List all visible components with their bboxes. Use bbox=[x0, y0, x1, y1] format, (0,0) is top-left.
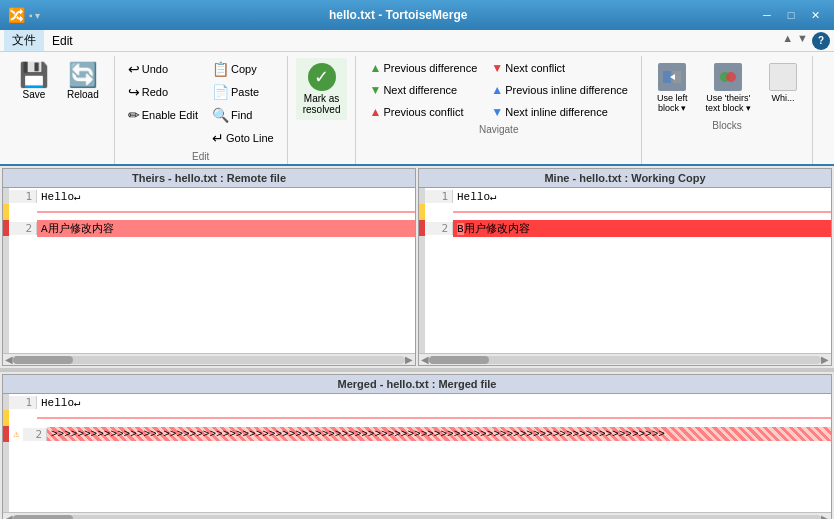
use-left-block-button[interactable]: Use leftblock ▾ bbox=[650, 58, 695, 118]
svg-rect-0 bbox=[663, 71, 671, 83]
navigate-group-content: ▲ Previous difference ▼ Next difference … bbox=[364, 58, 632, 122]
blocks-content: Use leftblock ▾ Use 'theirs'text block ▾… bbox=[650, 58, 804, 118]
mine-pane: Mine - hello.txt : Working Copy 1 Hello↵ bbox=[418, 168, 832, 366]
window-title: hello.txt - TortoiseMerge bbox=[40, 8, 756, 22]
white-block-label: Whi... bbox=[771, 93, 794, 103]
theirs-line-1: 1 Hello↵ bbox=[9, 188, 415, 204]
ribbon-group-blocks: Use leftblock ▾ Use 'theirs'text block ▾… bbox=[642, 56, 813, 164]
mine-scrollbar[interactable]: ◀ ▶ bbox=[419, 353, 831, 365]
copy-button[interactable]: 📋 Copy bbox=[207, 58, 279, 80]
theirs-scroll-left[interactable]: ◀ bbox=[5, 354, 13, 365]
find-icon: 🔍 bbox=[212, 107, 229, 123]
prev-difference-button[interactable]: ▲ Previous difference bbox=[364, 58, 482, 78]
edit-left-stack: ↩ Undo ↪ Redo ✏ Enable Edit bbox=[123, 58, 203, 126]
merged-scrollbar[interactable]: ◀ ▶ bbox=[3, 512, 831, 519]
help-button[interactable]: ? bbox=[812, 32, 830, 50]
theirs-scrollbar[interactable]: ◀ ▶ bbox=[3, 353, 415, 365]
use-theirs-icon bbox=[714, 63, 742, 91]
reload-icon: 🔄 bbox=[68, 63, 98, 87]
file-group-content: 💾 Save 🔄 Reload bbox=[12, 58, 106, 162]
mine-scroll-right[interactable]: ▶ bbox=[821, 354, 829, 365]
merged-scroll-right[interactable]: ▶ bbox=[821, 513, 829, 519]
ribbon-scroll-down[interactable]: ▼ bbox=[797, 32, 808, 50]
merged-pane-header: Merged - hello.txt : Merged file bbox=[3, 375, 831, 394]
bottom-pane-area: Merged - hello.txt : Merged file 1 Hello… bbox=[0, 372, 834, 519]
paste-button[interactable]: 📄 Paste bbox=[207, 81, 279, 103]
merged-line-deleted bbox=[9, 410, 831, 426]
next-inline-diff-button[interactable]: ▼ Next inline difference bbox=[486, 102, 633, 122]
mine-lines: 1 Hello↵ 2 B用户修改内容 bbox=[425, 188, 831, 353]
title-bar-controls: ─ □ ✕ bbox=[756, 5, 826, 25]
top-panes: Theirs - hello.txt : Remote file 1 Hello… bbox=[0, 166, 834, 368]
mine-scroll-left[interactable]: ◀ bbox=[421, 354, 429, 365]
white-block-button[interactable]: Whi... bbox=[762, 58, 804, 108]
mine-scroll-thumb[interactable] bbox=[429, 356, 489, 364]
mine-line-2: 2 B用户修改内容 bbox=[425, 220, 831, 236]
next-inline-icon: ▼ bbox=[491, 105, 503, 119]
merged-conflict-content: >>>>>>>>>>>>>>>>>>>>>>>>>>>>>>>>>>>>>>>>… bbox=[47, 427, 831, 441]
ribbon-scroll-up[interactable]: ▲ bbox=[782, 32, 793, 50]
next-difference-button[interactable]: ▼ Next difference bbox=[364, 80, 482, 100]
next-conflict-icon: ▼ bbox=[491, 61, 503, 75]
theirs-scroll-thumb[interactable] bbox=[13, 356, 73, 364]
next-conflict-button[interactable]: ▼ Next conflict bbox=[486, 58, 633, 78]
prev-conflict-icon: ▲ bbox=[369, 105, 381, 119]
mark-resolved-label: Mark asresolved bbox=[303, 93, 341, 115]
ribbon: 💾 Save 🔄 Reload ↩ Undo ↪ Redo ✏ bbox=[0, 52, 834, 166]
edit-group-label: Edit bbox=[192, 151, 209, 162]
minimize-button[interactable]: ─ bbox=[756, 5, 778, 25]
close-button[interactable]: ✕ bbox=[804, 5, 826, 25]
mark-resolved-group: ✓ Mark asresolved bbox=[288, 56, 357, 164]
merged-scroll-track[interactable] bbox=[13, 515, 821, 520]
goto-icon: ↵ bbox=[212, 130, 224, 146]
theirs-pane: Theirs - hello.txt : Remote file 1 Hello… bbox=[2, 168, 416, 366]
mine-line-deleted bbox=[425, 204, 831, 220]
merged-line-2: ⚠ 2 >>>>>>>>>>>>>>>>>>>>>>>>>>>>>>>>>>>>… bbox=[9, 426, 831, 442]
mine-line-1: 1 Hello↵ bbox=[425, 188, 831, 204]
theirs-pane-content[interactable]: 1 Hello↵ 2 A用户修改内容 bbox=[3, 188, 415, 353]
save-button[interactable]: 💾 Save bbox=[12, 58, 56, 105]
find-button[interactable]: 🔍 Find bbox=[207, 104, 279, 126]
mine-scroll-track[interactable] bbox=[429, 356, 821, 364]
prev-conflict-button[interactable]: ▲ Previous conflict bbox=[364, 102, 482, 122]
merged-inner: 1 Hello↵ ⚠ 2 >>>>>>>>>>>>>>>>>>>>>>> bbox=[3, 394, 831, 512]
goto-line-button[interactable]: ↵ Goto Line bbox=[207, 127, 279, 149]
merged-line-1: 1 Hello↵ bbox=[9, 394, 831, 410]
mine-inner: 1 Hello↵ 2 B用户修改内容 bbox=[419, 188, 831, 353]
menu-bar-right: ▲ ▼ ? bbox=[782, 32, 830, 50]
maximize-button[interactable]: □ bbox=[780, 5, 802, 25]
edit-group-content: ↩ Undo ↪ Redo ✏ Enable Edit 📋 Copy bbox=[123, 58, 279, 149]
theirs-pane-header: Theirs - hello.txt : Remote file bbox=[3, 169, 415, 188]
warning-icon: ⚠ bbox=[9, 428, 23, 440]
theirs-scroll-right[interactable]: ▶ bbox=[405, 354, 413, 365]
prev-inline-icon: ▲ bbox=[491, 83, 503, 97]
ribbon-group-edit: ↩ Undo ↪ Redo ✏ Enable Edit 📋 Copy bbox=[115, 56, 288, 164]
use-left-icon bbox=[658, 63, 686, 91]
white-block-icon bbox=[769, 63, 797, 91]
prev-inline-diff-button[interactable]: ▲ Previous inline difference bbox=[486, 80, 633, 100]
reload-button[interactable]: 🔄 Reload bbox=[60, 58, 106, 105]
enable-edit-button[interactable]: ✏ Enable Edit bbox=[123, 104, 203, 126]
nav-right-col: ▼ Next conflict ▲ Previous inline differ… bbox=[486, 58, 633, 122]
mark-resolved-button[interactable]: ✓ Mark asresolved bbox=[296, 58, 348, 120]
undo-button[interactable]: ↩ Undo bbox=[123, 58, 203, 80]
menu-file[interactable]: 文件 bbox=[4, 30, 44, 51]
mine-pane-header: Mine - hello.txt : Working Copy bbox=[419, 169, 831, 188]
paste-icon: 📄 bbox=[212, 84, 229, 100]
mine-pane-content[interactable]: 1 Hello↵ 2 B用户修改内容 bbox=[419, 188, 831, 353]
use-theirs-block-label: Use 'theirs'text block ▾ bbox=[705, 93, 751, 113]
menu-edit[interactable]: Edit bbox=[44, 30, 81, 51]
merged-scroll-left[interactable]: ◀ bbox=[5, 513, 13, 519]
ribbon-group-file: 💾 Save 🔄 Reload bbox=[4, 56, 115, 164]
use-theirs-block-button[interactable]: Use 'theirs'text block ▾ bbox=[698, 58, 758, 118]
menu-bar: 文件 Edit ▲ ▼ ? bbox=[0, 30, 834, 52]
app-icon: 🔀 bbox=[8, 7, 25, 23]
theirs-scroll-track[interactable] bbox=[13, 356, 405, 364]
merged-scroll-thumb[interactable] bbox=[13, 515, 73, 520]
redo-button[interactable]: ↪ Redo bbox=[123, 81, 203, 103]
title-bar-left: 🔀 ▪ ▾ bbox=[8, 7, 40, 23]
ribbon-group-navigate: ▲ Previous difference ▼ Next difference … bbox=[356, 56, 641, 164]
merged-lines: 1 Hello↵ ⚠ 2 >>>>>>>>>>>>>>>>>>>>>>> bbox=[9, 394, 831, 512]
merged-pane-content[interactable]: 1 Hello↵ ⚠ 2 >>>>>>>>>>>>>>>>>>>>>>> bbox=[3, 394, 831, 512]
enable-edit-icon: ✏ bbox=[128, 107, 140, 123]
